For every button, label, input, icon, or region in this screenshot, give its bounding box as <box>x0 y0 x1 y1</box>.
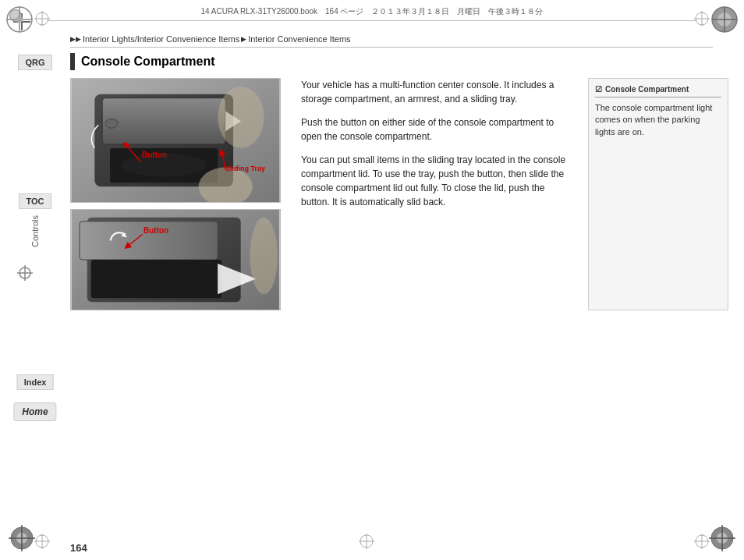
file-info-bar: 14 ACURA RLX-31TY26000.book 164 ページ ２０１３… <box>47 6 697 21</box>
breadcrumb: ▶▶ Interior Lights/Interior Convenience … <box>70 34 713 48</box>
breadcrumb-arrow1: ▶▶ <box>70 35 81 43</box>
svg-point-25 <box>250 218 278 294</box>
section-header: Console Compartment <box>70 53 728 70</box>
page-number: 164 <box>70 542 87 554</box>
reg-mark-left-middle <box>17 265 33 281</box>
corner-decoration-top-left <box>5 5 34 37</box>
breadcrumb-part2: Interior Convenience Items <box>248 34 350 44</box>
main-content: Console Compartment <box>70 47 728 529</box>
sliding-tray-label: Sliding Tray <box>223 164 267 174</box>
controls-label: Controls <box>30 215 40 247</box>
section-title-bar <box>70 53 75 70</box>
svg-rect-22 <box>91 260 221 298</box>
right-panel-title-text: Console Compartment <box>605 85 689 94</box>
paragraph-1: Your vehicle has a multi-function center… <box>301 78 569 106</box>
corner-decoration-top-right <box>710 5 739 37</box>
section-title: Console Compartment <box>81 55 215 69</box>
right-panel: ☑ Console Compartment The console compar… <box>588 78 728 310</box>
paragraph-2: Push the button on either side of the co… <box>301 115 569 144</box>
reg-mark-bottom-center <box>359 533 374 549</box>
left-column: Button Sliding Tray <box>70 78 289 310</box>
toc-badge[interactable]: TOC <box>19 193 51 209</box>
qrg-badge[interactable]: QRG <box>18 55 51 70</box>
corner-bottom-left <box>6 523 37 554</box>
corner-bottom-right <box>707 523 738 554</box>
svg-point-13 <box>105 119 118 128</box>
breadcrumb-part1: Interior Lights/Interior Convenience Ite… <box>83 34 239 44</box>
file-info-text: 14 ACURA RLX-31TY26000.book 164 ページ ２０１３… <box>201 6 544 17</box>
center-column: Your vehicle has a multi-function center… <box>301 78 576 310</box>
console-image-bottom: Button <box>70 209 281 310</box>
left-sidebar: QRG TOC Controls Index Home <box>0 47 70 515</box>
svg-point-47 <box>16 16 23 23</box>
breadcrumb-arrow2: ▶ <box>241 35 246 43</box>
right-panel-title: ☑ Console Compartment <box>595 85 721 97</box>
svg-rect-11 <box>102 98 225 144</box>
right-panel-text: The console compartment light comes on w… <box>595 102 721 138</box>
button-label-top: Button <box>140 150 169 160</box>
home-badge[interactable]: Home <box>13 402 56 421</box>
console-image-top: Button Sliding Tray <box>70 78 281 203</box>
content-area: Button Sliding Tray <box>70 78 728 310</box>
svg-point-16 <box>218 87 264 148</box>
check-icon: ☑ <box>595 85 602 94</box>
toc-controls-section: TOC Controls <box>19 193 51 247</box>
paragraph-3: You can put small items in the sliding t… <box>301 153 569 209</box>
index-badge[interactable]: Index <box>17 374 54 390</box>
button-label-bottom: Button <box>141 225 171 236</box>
